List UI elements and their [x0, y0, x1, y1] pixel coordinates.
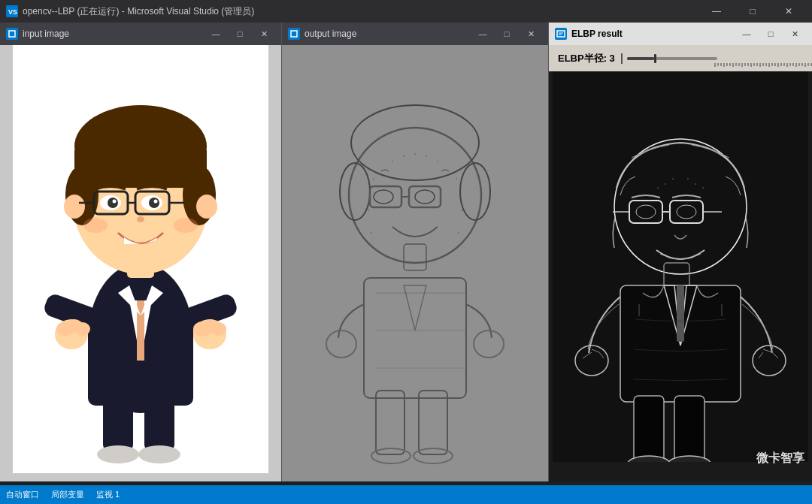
svg-point-43 — [75, 322, 90, 336]
input-window-titlebar: input image — □ ✕ — [0, 23, 281, 45]
svg-point-70 — [414, 153, 416, 155]
svg-text:VS: VS — [8, 8, 17, 16]
vs-icon: VS — [6, 5, 18, 17]
input-maximize-button[interactable]: □ — [229, 26, 251, 42]
elbp-close-button[interactable]: ✕ — [783, 26, 806, 42]
input-minimize-button[interactable]: — — [205, 26, 227, 42]
elbp-slider-container — [621, 53, 717, 64]
vs-window-controls: — □ ✕ — [699, 0, 806, 23]
input-window-title: input image — [23, 29, 200, 39]
svg-point-73 — [373, 178, 374, 180]
svg-point-35 — [83, 218, 108, 233]
output-window-title: output image — [304, 29, 467, 39]
input-close-button[interactable]: ✕ — [253, 26, 275, 42]
svg-point-46 — [211, 322, 226, 336]
svg-point-21 — [64, 195, 85, 219]
svg-point-69 — [403, 155, 404, 157]
svg-point-71 — [426, 155, 427, 157]
svg-point-72 — [437, 161, 438, 162]
svg-point-34 — [137, 216, 144, 222]
statusbar-item-2[interactable]: 局部变量 — [51, 489, 84, 500]
output-minimize-button[interactable]: — — [471, 26, 494, 42]
output-window-controls: — □ ✕ — [471, 26, 542, 42]
svg-rect-49 — [295, 45, 535, 473]
workspace: input image — □ ✕ — [0, 23, 812, 481]
svg-point-113 — [672, 178, 674, 180]
statusbar: 自动窗口 局部变量 监视 1 — [0, 485, 812, 504]
elbp-controls-bar: ELBP半径: 3 — [549, 45, 812, 71]
elbp-radius-slider[interactable] — [627, 57, 717, 60]
elbp-result-window: ELBP result — □ ✕ ELBP半径: 3 — [549, 23, 812, 481]
svg-rect-106 — [634, 396, 664, 462]
svg-point-74 — [456, 178, 457, 180]
statusbar-item-1[interactable]: 自动窗口 — [6, 489, 39, 500]
svg-point-32 — [113, 200, 117, 204]
svg-point-78 — [458, 232, 459, 234]
vs-close-button[interactable]: ✕ — [771, 0, 806, 23]
input-figure — [0, 45, 281, 481]
svg-point-36 — [174, 218, 198, 233]
vs-minimize-button[interactable]: — — [699, 0, 734, 23]
output-maximize-button[interactable]: □ — [495, 26, 518, 42]
svg-point-30 — [108, 198, 118, 208]
svg-rect-108 — [674, 396, 704, 462]
svg-point-75 — [368, 210, 369, 211]
elbp-minimize-button[interactable]: — — [735, 26, 758, 42]
output-figure — [282, 45, 548, 481]
svg-point-115 — [695, 183, 696, 185]
elbp-image-content: 微卡智享 — [549, 71, 812, 481]
elbp-figure: 微卡智享 — [549, 71, 812, 481]
svg-point-114 — [687, 178, 689, 180]
output-window-icon — [288, 28, 300, 40]
input-image-content — [0, 45, 281, 481]
output-close-button[interactable]: ✕ — [520, 26, 542, 42]
svg-point-77 — [371, 232, 372, 234]
input-image-window: input image — □ ✕ — [0, 23, 282, 481]
svg-point-112 — [665, 183, 666, 185]
elbp-window-titlebar: ELBP result — □ ✕ — [549, 23, 812, 45]
svg-point-22 — [196, 195, 217, 219]
svg-point-117 — [702, 187, 704, 189]
svg-point-14 — [138, 445, 180, 463]
elbp-radius-label: ELBP半径: 3 — [558, 52, 615, 65]
svg-point-116 — [657, 187, 659, 189]
svg-rect-11 — [103, 383, 133, 451]
svg-point-13 — [97, 445, 139, 463]
svg-rect-12 — [144, 383, 174, 451]
svg-point-31 — [149, 198, 159, 208]
vs-titlebar: VS opencv--LBP (正在运行) - Microsoft Visual… — [0, 0, 812, 23]
elbp-maximize-button[interactable]: □ — [759, 26, 782, 42]
elbp-tick-marks — [714, 63, 812, 67]
svg-point-33 — [154, 200, 158, 204]
output-image-content — [282, 45, 548, 481]
svg-point-76 — [461, 210, 462, 211]
slider-marker — [621, 53, 623, 64]
vs-maximize-button[interactable]: □ — [735, 0, 770, 23]
svg-rect-97 — [677, 285, 684, 342]
output-image-window: output image — □ ✕ — [282, 23, 549, 481]
elbp-window-title: ELBP result — [571, 29, 731, 39]
input-window-icon — [6, 28, 18, 40]
statusbar-item-3[interactable]: 监视 1 — [96, 489, 120, 500]
elbp-slider-thumb — [654, 54, 656, 63]
output-window-titlebar: output image — □ ✕ — [282, 23, 548, 45]
elbp-window-icon — [555, 28, 567, 40]
elbp-slider-track — [627, 57, 654, 60]
vs-title: opencv--LBP (正在运行) - Microsoft Visual St… — [23, 5, 699, 18]
watermark-text: 微卡智享 — [756, 451, 804, 466]
svg-point-68 — [392, 161, 393, 162]
input-window-controls: — □ ✕ — [205, 26, 275, 42]
elbp-window-controls: — □ ✕ — [735, 26, 806, 42]
